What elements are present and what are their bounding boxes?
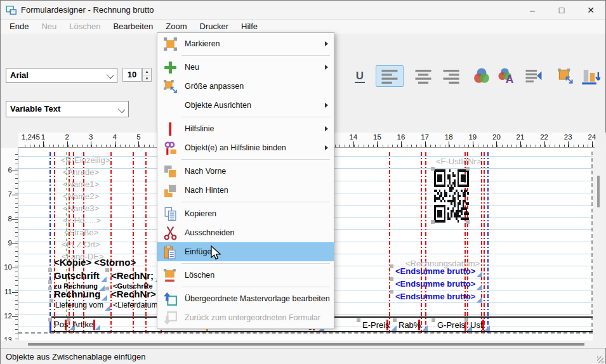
red-guideline[interactable] [481, 152, 482, 333]
selection-handle[interactable] [464, 318, 468, 322]
horizontal-scrollbar-thumb[interactable] [28, 343, 584, 346]
selection-handle[interactable] [477, 271, 482, 277]
menu-ende[interactable]: Ende [3, 20, 35, 34]
form-field[interactable]: <Name2> [63, 192, 99, 201]
menu-bearbeiten[interactable]: Bearbeiten [107, 20, 159, 34]
context-item-größe-anpassen[interactable]: Größe anpassen [157, 77, 334, 96]
form-field[interactable]: <RechNr> [111, 289, 156, 299]
red-guideline[interactable] [484, 152, 485, 333]
form-field[interactable]: <Endsumme brutto> [395, 292, 475, 301]
selection-handle[interactable] [466, 220, 470, 224]
maximize-button[interactable]: □ [547, 1, 576, 20]
selection-handle[interactable] [466, 167, 470, 171]
selection-handle[interactable] [48, 268, 52, 272]
selection-handle[interactable] [391, 325, 397, 331]
selection-handle[interactable] [431, 220, 435, 224]
horizontal-scrollbar[interactable] [1, 341, 606, 348]
form-field[interactable]: <Anrede> [63, 167, 99, 177]
selection-handle[interactable] [477, 284, 482, 290]
form-field[interactable]: <Name3> [63, 204, 99, 213]
form-field[interactable]: G-Preis [437, 320, 465, 330]
form-field[interactable]: <Lieferdatum [113, 301, 157, 309]
selection-handle[interactable] [48, 287, 52, 290]
context-item-kopieren[interactable]: Kopieren [157, 204, 334, 223]
selection-handle[interactable] [390, 277, 393, 281]
selection-handle[interactable] [95, 325, 100, 330]
selection-handle[interactable] [431, 167, 435, 171]
context-item-übergeordnete-mastervorlage-bearbeiten[interactable]: Übergeordnete Mastervorlage bearbeiten [157, 289, 334, 308]
resize-grip[interactable] [597, 356, 603, 363]
form-field[interactable]: <Kopie> <Storno> [54, 257, 136, 268]
form-field[interactable]: Rechnung [54, 289, 100, 299]
context-item-löschen[interactable]: Löschen [157, 266, 334, 285]
object-size-icon[interactable] [553, 65, 578, 87]
form-field[interactable]: <z.Hd. ...> [63, 216, 101, 225]
selection-handle[interactable] [105, 268, 109, 272]
context-item-objekte-ausrichten[interactable]: Objekte Ausrichten [157, 96, 334, 115]
red-guideline[interactable] [389, 152, 390, 333]
context-item-objekt-e-an-hilfslinie-binden[interactable]: Objekt(e) an Hilfslinie binden [157, 138, 334, 157]
selection-handle[interactable] [357, 318, 360, 322]
selection-handle[interactable] [431, 318, 435, 322]
selection-handle[interactable] [390, 264, 393, 268]
red-guideline[interactable] [421, 152, 422, 333]
form-field[interactable]: <R-Einzeilig> [61, 155, 110, 165]
red-guideline[interactable] [110, 152, 112, 333]
form-field[interactable]: <Endsumme brutto> [395, 266, 475, 276]
selection-handle[interactable] [49, 299, 53, 302]
form-field[interactable]: <Name1> [63, 179, 99, 189]
vertical-scrollbar[interactable] [593, 148, 604, 341]
selection-handle[interactable] [105, 305, 110, 311]
vertical-scrollbar-thumb[interactable] [597, 176, 600, 207]
form-field[interactable]: Gutschrift [54, 270, 100, 281]
selection-handle[interactable] [422, 325, 428, 331]
context-item-einfügen[interactable]: Einfügen [157, 242, 334, 261]
form-field[interactable]: Lieferung vom [55, 301, 103, 309]
align-right-icon[interactable] [438, 65, 464, 87]
minimize-button[interactable]: – [518, 1, 547, 20]
form-field[interactable]: E-Preis [362, 320, 390, 330]
selection-handle[interactable] [101, 276, 107, 282]
context-item-nach-vorne[interactable]: Nach Vorne [157, 162, 334, 181]
font-color-icon[interactable]: A [494, 65, 519, 87]
menu-drucker[interactable]: Drucker [194, 20, 235, 34]
text-indent-icon[interactable] [521, 65, 546, 87]
selection-handle[interactable] [477, 297, 482, 302]
blue-guideline[interactable] [487, 152, 489, 333]
form-field[interactable]: Artike [72, 320, 93, 329]
selection-handle[interactable] [67, 318, 70, 322]
align-left-icon[interactable] [376, 65, 404, 87]
menu-hilfe[interactable]: Hilfe [235, 20, 264, 34]
form-field[interactable]: <F-UstIdNr> [436, 157, 482, 166]
qr-code-barcode[interactable] [434, 169, 469, 223]
form-field[interactable]: <Endsumme brutto> [395, 279, 475, 289]
form-field[interactable]: Ust [470, 320, 483, 330]
context-item-ausschneiden[interactable]: Ausschneiden [157, 223, 334, 242]
selection-handle[interactable] [484, 325, 490, 331]
blue-guideline[interactable] [49, 152, 51, 333]
selection-handle[interactable] [102, 295, 107, 301]
chart-icon[interactable] [578, 65, 603, 87]
form-field[interactable]: <Straße> [64, 228, 98, 237]
context-item-nach-hinten[interactable]: Nach Hinten [157, 181, 334, 200]
colors-icon[interactable] [469, 65, 494, 87]
selection-handle[interactable] [105, 287, 109, 290]
close-button[interactable]: ✕ [576, 1, 605, 20]
form-field[interactable]: <PLZ Ort> [62, 240, 100, 249]
context-item-hilfslinie[interactable]: Hilfslinie [157, 119, 334, 138]
selection-handle[interactable] [48, 318, 52, 322]
underline-icon[interactable]: U [347, 65, 372, 87]
context-item-neu[interactable]: Neu [157, 58, 334, 77]
red-guideline[interactable] [425, 152, 426, 333]
selection-handle[interactable] [390, 290, 393, 294]
context-item-markieren[interactable]: Markieren [157, 34, 334, 53]
selection-handle[interactable] [48, 280, 52, 284]
form-field[interactable]: Rab% [399, 320, 421, 330]
selection-handle[interactable] [393, 318, 397, 322]
form-field[interactable]: <RechNr; [111, 270, 154, 281]
font-family-combo[interactable]: Arial [6, 68, 117, 83]
align-center-icon[interactable] [411, 65, 436, 87]
placeholder-type-combo[interactable]: Variable Text [6, 101, 129, 117]
font-size-spinner[interactable]: ▲▼ [142, 68, 152, 82]
font-size-field[interactable]: 10 [122, 68, 142, 82]
